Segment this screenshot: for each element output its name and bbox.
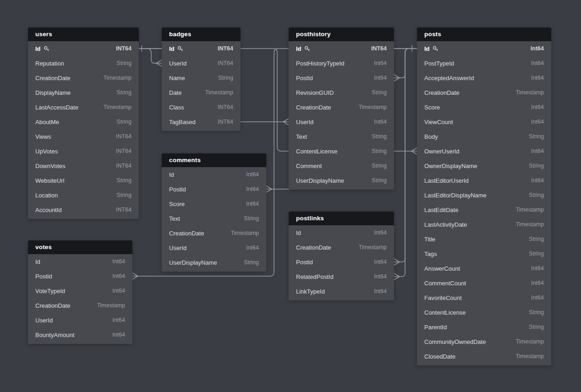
field-row-postlinks-LinkTypeId: LinkTypeIdInt64 — [289, 284, 394, 299]
field-row-users-Reputation: ReputationString — [28, 56, 139, 71]
field-name: CommunityOwnedDate — [424, 338, 486, 345]
field-type: Timestamp — [359, 244, 387, 250]
field-row-comments-Score: ScoreInt64 — [162, 196, 266, 211]
table-comments[interactable]: commentsIdInt64PostIdInt64ScoreInt64Text… — [162, 153, 266, 272]
field-name-text: OwnerDisplayName — [424, 163, 477, 169]
key-icon — [177, 46, 183, 52]
field-name-text: WebsiteUrl — [35, 177, 64, 184]
table-users-header[interactable]: users — [28, 27, 139, 41]
field-name: ContentLicense — [296, 148, 337, 155]
field-name: PostId — [296, 259, 313, 266]
crow-foot-many-marker — [266, 186, 272, 192]
field-name-text: Title — [424, 236, 435, 243]
field-row-comments-PostId: PostIdInt64 — [162, 182, 266, 196]
field-name: Class — [169, 104, 184, 111]
field-row-posts-Body: BodyString — [417, 129, 551, 144]
field-row-users-CreationDate: CreationDateTimestamp — [28, 71, 139, 85]
field-name-text: RelatedPostId — [296, 273, 334, 280]
field-name: PostHistoryTypeId — [296, 60, 345, 67]
field-type: Int64 — [531, 280, 544, 286]
field-name-text: BountyAmount — [35, 332, 74, 338]
table-votes[interactable]: votesIdInt64PostIdInt64VoteTypeIdInt64Cr… — [28, 240, 132, 344]
table-posts-header[interactable]: posts — [417, 27, 551, 41]
table-badges-header[interactable]: badges — [162, 27, 241, 41]
field-name-text: UserDisplayName — [169, 259, 217, 266]
field-row-posts-ContentLicense: ContentLicenseString — [417, 305, 551, 320]
field-name: AnswerCount — [424, 265, 460, 272]
field-row-badges-Name: NameString — [162, 71, 241, 85]
table-comments-header[interactable]: comments — [162, 153, 266, 167]
crow-foot-many-marker — [156, 60, 162, 66]
field-row-badges-UserId: UserIdINT64 — [162, 56, 241, 71]
field-name-text: DownVotes — [35, 163, 66, 169]
field-name: PostId — [296, 75, 313, 82]
field-name-text: Id — [296, 45, 301, 52]
field-row-posts-CreationDate: CreationDateTimestamp — [417, 85, 551, 100]
field-name-text: Class — [169, 104, 184, 111]
table-posthistory-header[interactable]: posthistory — [289, 27, 394, 41]
table-postlinks-header[interactable]: postlinks — [289, 212, 394, 225]
field-name-text: PostTypeId — [424, 60, 454, 67]
field-type: Int64 — [112, 258, 125, 265]
field-type: Int64 — [531, 104, 544, 110]
field-row-posts-OwnerUserId: OwnerUserIdInt64 — [417, 144, 551, 158]
field-name-text: CreationDate — [169, 230, 204, 237]
field-row-posts-LastEditDate: LastEditDateTimestamp — [417, 202, 551, 217]
field-name-text: LastActivityDate — [424, 221, 467, 228]
field-name-text: PostId — [35, 273, 52, 280]
field-name-text: Score — [169, 201, 185, 207]
field-name-text: CommentCount — [424, 280, 466, 287]
field-name-text: ContentLicense — [424, 309, 466, 316]
field-row-badges-Date: DateTimestamp — [162, 85, 241, 100]
field-name-text: CreationDate — [296, 244, 331, 251]
field-type: Int64 — [531, 265, 544, 272]
field-name: Text — [296, 133, 307, 140]
field-type: Int64 — [531, 45, 544, 52]
field-type: String — [116, 177, 132, 184]
table-votes-header[interactable]: votes — [28, 240, 132, 254]
field-name: LastEditorDisplayName — [424, 192, 487, 199]
field-type: Timestamp — [104, 75, 132, 81]
field-name-text: Id — [296, 229, 301, 236]
table-badges[interactable]: badgesIdINT64UserIdINT64NameStringDateTi… — [162, 27, 241, 131]
field-name: UserDisplayName — [169, 259, 217, 266]
field-name-text: Views — [35, 133, 51, 140]
field-name-text: LastEditDate — [424, 207, 458, 213]
field-name-text: ContentLicense — [296, 148, 337, 155]
table-posthistory[interactable]: posthistoryIdINT64PostHistoryTypeIdInt64… — [289, 27, 394, 190]
table-posts[interactable]: postsIdInt64PostTypeIdInt64AcceptedAnswe… — [417, 27, 551, 365]
field-name: LinkTypeId — [296, 288, 325, 295]
field-row-comments-UserDisplayName: UserDisplayNameString — [162, 255, 266, 270]
key-icon — [44, 46, 49, 52]
crow-foot-many-marker — [132, 273, 138, 279]
field-type: Int64 — [246, 186, 259, 192]
field-name: LastEditorUserId — [424, 177, 469, 184]
field-type: INT64 — [116, 148, 132, 154]
field-name: TagBased — [169, 119, 196, 125]
field-row-comments-UserId: UserIdInt64 — [162, 240, 266, 255]
field-type: String — [244, 259, 259, 266]
field-name-text: LinkTypeId — [296, 288, 325, 295]
table-users[interactable]: usersIdINT64ReputationStringCreationDate… — [28, 27, 139, 219]
field-name-text: AboutMe — [35, 119, 59, 125]
table-postlinks[interactable]: postlinksIdInt64CreationDateTimestampPos… — [289, 212, 394, 300]
field-row-votes-CreationDate: CreationDateTimestamp — [28, 298, 132, 313]
field-name: Title — [424, 236, 435, 243]
field-row-posthistory-RevisionGUID: RevisionGUIDString — [289, 85, 394, 100]
field-name: CreationDate — [296, 104, 331, 111]
field-row-badges-Class: ClassINT64 — [162, 100, 241, 114]
field-name-text: LastEditorUserId — [424, 177, 469, 184]
field-name: Comment — [296, 163, 322, 169]
field-type: String — [116, 60, 132, 66]
field-row-users-LastAccessDate: LastAccessDateTimestamp — [28, 100, 139, 114]
field-name-text: TagBased — [169, 119, 196, 125]
field-name-text: Body — [424, 133, 438, 140]
field-name: DownVotes — [35, 163, 66, 169]
field-name: Id — [296, 45, 310, 52]
field-name-text: ParentId — [424, 324, 447, 331]
field-name: ClosedDate — [424, 353, 455, 360]
field-name: ContentLicense — [424, 309, 466, 316]
field-name-text: Text — [169, 215, 180, 222]
field-type: INT64 — [371, 45, 387, 52]
field-name-text: PostId — [296, 75, 313, 82]
